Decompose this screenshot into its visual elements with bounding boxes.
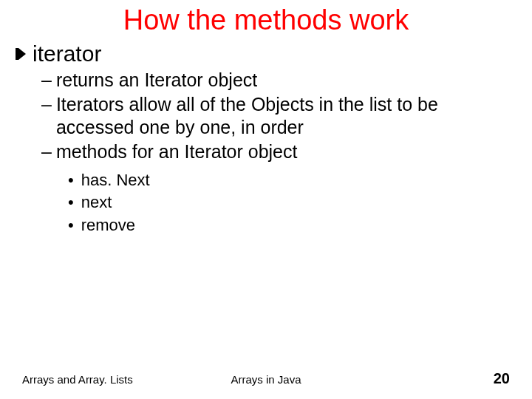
dot-icon: •	[68, 192, 74, 214]
footer: Arrays and Array. Lists Arrays in Java 2…	[0, 368, 532, 386]
level2-text: methods for an Iterator object	[56, 140, 517, 163]
bullet-level2: – methods for an Iterator object	[41, 140, 517, 163]
level3-text: has. Next	[81, 170, 150, 191]
bullet-level2: – returns an Iterator object	[41, 69, 517, 92]
dash-icon: –	[41, 140, 52, 163]
level2-text: Iterators allow all of the Objects in th…	[56, 93, 517, 140]
dash-icon: –	[41, 69, 52, 92]
bullet-level3: • next	[68, 192, 517, 214]
level3-text: remove	[81, 215, 135, 236]
dash-icon: –	[41, 93, 52, 140]
svg-marker-1	[18, 48, 26, 60]
dot-icon: •	[68, 215, 74, 236]
bullet-level3: • remove	[68, 215, 517, 236]
level3-text: next	[81, 192, 112, 214]
slide: How the methods work iterator – returns …	[0, 0, 532, 399]
level1-text: iterator	[33, 41, 101, 67]
footer-center: Arrays in Java	[0, 373, 532, 386]
bullet-level3: • has. Next	[68, 170, 517, 191]
slide-title: How the methods work	[0, 4, 532, 36]
level2-text: returns an Iterator object	[56, 69, 517, 92]
bullet-icon	[15, 47, 27, 64]
content-area: iterator – returns an Iterator object – …	[15, 41, 517, 237]
page-number: 20	[494, 370, 510, 387]
bullet-level2: – Iterators allow all of the Objects in …	[41, 93, 517, 140]
svg-rect-0	[16, 48, 18, 60]
bullet-level1: iterator	[15, 41, 517, 67]
dot-icon: •	[68, 170, 74, 191]
